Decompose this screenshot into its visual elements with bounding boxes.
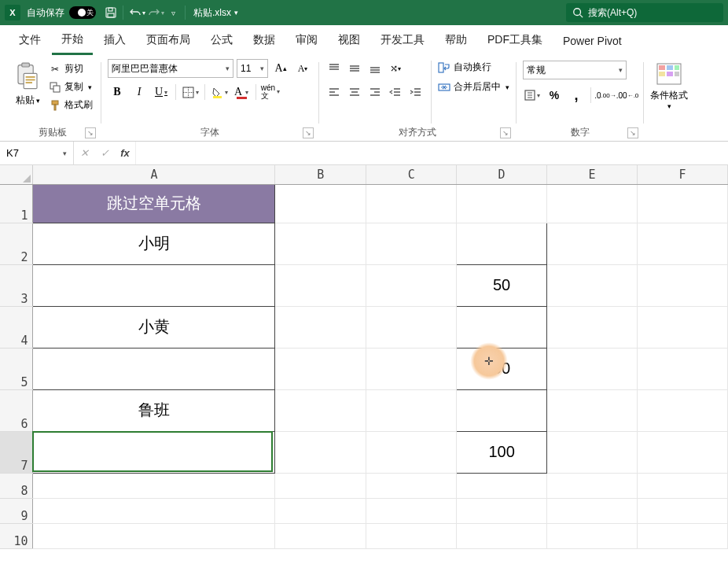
row-header[interactable]: 2 xyxy=(0,223,33,264)
undo-button[interactable] xyxy=(127,4,144,21)
cell[interactable] xyxy=(547,523,638,548)
row-header[interactable]: 9 xyxy=(0,498,33,523)
cell[interactable] xyxy=(366,389,457,431)
cell[interactable] xyxy=(638,306,728,348)
tab-home[interactable]: 开始 xyxy=(52,27,93,55)
cell[interactable] xyxy=(275,184,366,223)
cell[interactable] xyxy=(275,389,366,431)
cell[interactable]: 50 xyxy=(457,264,547,306)
italic-button[interactable]: I xyxy=(130,83,149,101)
format-painter-button[interactable]: 格式刷 xyxy=(47,97,94,113)
tab-devtools[interactable]: 开发工具 xyxy=(371,28,434,55)
cell[interactable] xyxy=(638,523,728,548)
increase-indent-icon[interactable] xyxy=(407,84,425,100)
cell[interactable] xyxy=(457,223,547,264)
tab-review[interactable]: 审阅 xyxy=(286,28,327,55)
tab-pdf[interactable]: PDF工具集 xyxy=(478,28,552,55)
phonetic-button[interactable]: wén文▾ xyxy=(261,83,280,101)
cell[interactable] xyxy=(33,431,275,473)
cell[interactable] xyxy=(638,223,728,264)
cell[interactable] xyxy=(457,389,547,431)
cell[interactable]: 小黄 xyxy=(33,306,275,348)
cell[interactable] xyxy=(638,264,728,306)
decrease-indent-icon[interactable] xyxy=(387,84,404,100)
enter-icon[interactable]: ✓ xyxy=(94,142,115,164)
row-header[interactable]: 1 xyxy=(0,184,33,223)
row-header[interactable]: 8 xyxy=(0,473,33,498)
col-header[interactable]: B xyxy=(275,165,366,184)
tab-insert[interactable]: 插入 xyxy=(94,28,135,55)
cell[interactable] xyxy=(457,523,547,548)
file-name[interactable]: 粘贴.xlsx ▾ xyxy=(193,6,238,20)
formula-input[interactable] xyxy=(135,142,728,164)
cell[interactable] xyxy=(275,431,366,473)
decrease-decimal-icon[interactable]: .00←.0 xyxy=(618,86,637,105)
col-header[interactable]: E xyxy=(547,165,638,184)
tab-view[interactable]: 视图 xyxy=(329,28,370,55)
cell[interactable] xyxy=(638,498,728,523)
cell[interactable] xyxy=(366,431,457,473)
cell[interactable]: 小明 xyxy=(33,223,275,264)
cut-button[interactable]: ✂剪切 xyxy=(47,61,94,77)
cell[interactable] xyxy=(638,473,728,498)
cell[interactable] xyxy=(547,348,638,389)
tab-help[interactable]: 帮助 xyxy=(436,28,476,55)
align-top-icon[interactable] xyxy=(325,61,343,76)
cell[interactable] xyxy=(275,523,366,548)
cell[interactable] xyxy=(33,498,275,523)
cell[interactable] xyxy=(275,264,366,306)
cell[interactable] xyxy=(275,223,366,264)
wrap-text-button[interactable]: 自动换行 xyxy=(438,61,509,74)
row-header[interactable]: 6 xyxy=(0,389,33,431)
accounting-format-icon[interactable]: ▾ xyxy=(523,86,542,105)
save-icon[interactable] xyxy=(102,4,119,21)
cell[interactable] xyxy=(547,306,638,348)
borders-button[interactable]: ▾ xyxy=(181,83,200,101)
orientation-icon[interactable]: ⤭▾ xyxy=(387,61,404,76)
dialog-launcher-icon[interactable]: ↘ xyxy=(500,127,511,138)
decrease-font-icon[interactable]: A▾ xyxy=(293,59,312,78)
select-all-corner[interactable] xyxy=(0,165,33,184)
number-format-combo[interactable]: 常规▾ xyxy=(523,61,627,79)
align-right-icon[interactable] xyxy=(366,84,384,100)
tab-file[interactable]: 文件 xyxy=(9,28,50,55)
cell[interactable] xyxy=(275,498,366,523)
cell[interactable] xyxy=(638,389,728,431)
increase-font-icon[interactable]: A▴ xyxy=(271,59,290,78)
search-box[interactable]: 搜索(Alt+Q) xyxy=(566,3,723,22)
cell[interactable] xyxy=(366,184,457,223)
cell[interactable] xyxy=(275,306,366,348)
copy-button[interactable]: 复制▾ xyxy=(47,79,94,95)
cell[interactable] xyxy=(547,264,638,306)
cell[interactable] xyxy=(33,473,275,498)
cell[interactable] xyxy=(457,473,547,498)
align-left-icon[interactable] xyxy=(325,84,343,100)
cell[interactable] xyxy=(547,389,638,431)
percent-icon[interactable]: % xyxy=(545,86,564,105)
row-header[interactable]: 10 xyxy=(0,523,33,548)
cell[interactable] xyxy=(457,184,547,223)
cell[interactable] xyxy=(547,184,638,223)
cell[interactable] xyxy=(366,498,457,523)
cell[interactable] xyxy=(366,473,457,498)
cell[interactable] xyxy=(638,184,728,223)
cell[interactable] xyxy=(275,348,366,389)
col-header[interactable]: C xyxy=(366,165,457,184)
cell[interactable]: 100 xyxy=(457,431,547,473)
font-color-button[interactable]: A▾ xyxy=(232,83,251,101)
cell[interactable] xyxy=(275,473,366,498)
font-name-combo[interactable]: 阿里巴巴普惠体▾ xyxy=(108,59,233,78)
tab-powerpivot[interactable]: Power Pivot xyxy=(553,29,631,55)
cell[interactable] xyxy=(33,264,275,306)
cell[interactable] xyxy=(457,306,547,348)
cell[interactable] xyxy=(547,223,638,264)
tab-layout[interactable]: 页面布局 xyxy=(137,28,200,55)
fx-icon[interactable]: fx xyxy=(115,142,135,164)
cell[interactable]: 鲁班 xyxy=(33,389,275,431)
increase-decimal-icon[interactable]: .0.00→ xyxy=(596,86,615,105)
row-header[interactable]: 5 xyxy=(0,348,33,389)
col-header[interactable]: F xyxy=(638,165,728,184)
name-box[interactable]: K7▾ xyxy=(0,142,74,164)
cell[interactable] xyxy=(366,264,457,306)
merge-center-button[interactable]: 合并后居中▾ xyxy=(438,80,509,94)
